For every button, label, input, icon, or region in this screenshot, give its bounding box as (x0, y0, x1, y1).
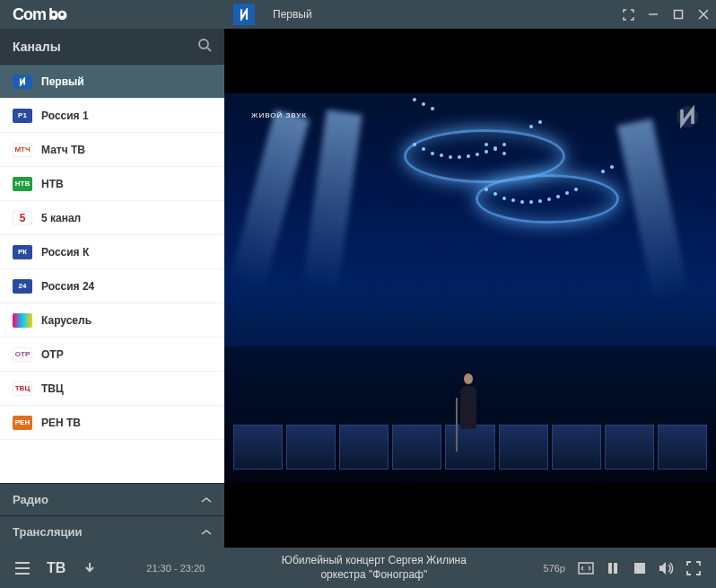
channel-list: Первый Р1 Россия 1 МТЧ Матч ТВ НТВ НТВ 5… (0, 65, 224, 483)
titlebar-channel-icon (233, 4, 255, 25)
channel-name: Матч ТВ (41, 144, 85, 156)
bottombar: ТВ 21:30 - 23:20 Юбилейный концерт Серге… (0, 548, 716, 588)
section-title: Трансляции (13, 525, 201, 539)
section-title: Радио (13, 493, 201, 506)
chevron-up-icon (201, 496, 212, 504)
channel-item-karusel[interactable]: Карусель (0, 303, 224, 338)
channel-icon: 5 (13, 211, 32, 225)
pause-icon[interactable] (599, 555, 626, 582)
channel-icon: 24 (13, 279, 32, 294)
channel-icon: Р1 (13, 109, 32, 123)
channel-item-otr[interactable]: ОТР ОТР (0, 338, 224, 372)
sidebar-section-broadcasts[interactable]: Трансляции (0, 515, 224, 548)
sidebar-header: Каналы (0, 29, 224, 65)
channel-icon: РК (13, 245, 32, 259)
fullscreen-icon[interactable] (680, 555, 707, 582)
channel-icon: ОТР (13, 347, 32, 362)
channel-name: РЕН ТВ (41, 417, 81, 429)
titlebar: Com bo Первый (0, 0, 716, 29)
channel-item-5kanal[interactable]: 5 5 канал (0, 201, 224, 235)
program-title: Юбилейный концерт Сергея Жилина оркестра… (205, 554, 543, 582)
channel-item-perviy[interactable]: Первый (0, 65, 224, 99)
download-icon[interactable] (76, 555, 103, 582)
aspect-ratio-icon[interactable] (572, 555, 599, 582)
channel-name: 5 канал (41, 212, 81, 224)
svg-point-5 (199, 39, 208, 48)
time-range: 21:30 - 23:20 (146, 563, 205, 574)
channel-item-rossiya1[interactable]: Р1 Россия 1 (0, 99, 224, 133)
minimize-button[interactable] (641, 0, 666, 29)
channel-name: НТВ (41, 178, 64, 190)
stop-icon[interactable] (626, 555, 653, 582)
channel-name: Первый (41, 75, 84, 88)
channel-name: Россия К (41, 246, 89, 259)
sidebar: Каналы Первый Р1 Россия 1 МТЧ Матч ТВ НТ… (0, 29, 224, 548)
svg-rect-9 (614, 563, 617, 574)
maximize-button[interactable] (666, 0, 691, 29)
channel-name: Карусель (41, 314, 92, 327)
app-logo: Com bo (0, 6, 102, 22)
channel-icon: МТЧ (13, 143, 32, 157)
channel-name: Россия 1 (41, 110, 89, 122)
channel-name: ОТР (41, 348, 64, 361)
channel-name: ТВЦ (41, 382, 64, 395)
menu-icon[interactable] (9, 555, 36, 582)
channel-icon (13, 313, 32, 328)
channel-item-rossiyak[interactable]: РК Россия К (0, 235, 224, 269)
live-badge: ЖИВОЙ ЗВУК (251, 111, 307, 119)
svg-text:Com: Com (13, 6, 46, 22)
channel-icon (13, 75, 32, 89)
channel-item-ntv[interactable]: НТВ НТВ (0, 167, 224, 201)
titlebar-channel-name: Первый (273, 8, 312, 21)
channel-name: Россия 24 (41, 280, 94, 293)
svg-rect-4 (675, 11, 683, 19)
svg-rect-7 (579, 563, 593, 574)
mode-label[interactable]: ТВ (47, 560, 65, 576)
expand-button[interactable] (616, 0, 641, 29)
quality-label[interactable]: 576p (544, 563, 565, 574)
channel-item-tvc[interactable]: ТВЦ ТВЦ (0, 372, 224, 406)
channel-icon: ТВЦ (13, 382, 32, 396)
svg-rect-10 (634, 563, 645, 574)
channel-watermark-icon (675, 104, 700, 129)
channel-item-rossiya24[interactable]: 24 Россия 24 (0, 269, 224, 303)
svg-rect-8 (608, 563, 612, 574)
sidebar-section-radio[interactable]: Радио (0, 483, 224, 515)
sidebar-header-title: Каналы (13, 39, 197, 54)
channel-icon: РЕН (13, 416, 32, 430)
volume-icon[interactable] (653, 555, 680, 582)
close-button[interactable] (691, 0, 716, 29)
chevron-up-icon (201, 529, 212, 536)
search-icon[interactable] (197, 38, 212, 56)
channel-item-matchtv[interactable]: МТЧ Матч ТВ (0, 133, 224, 167)
channel-item-rentv[interactable]: РЕН РЕН ТВ (0, 406, 224, 440)
video-area[interactable]: ЖИВОЙ ЗВУК (224, 29, 716, 548)
channel-icon: НТВ (13, 177, 32, 191)
video-frame: ЖИВОЙ ЗВУК (224, 93, 716, 483)
